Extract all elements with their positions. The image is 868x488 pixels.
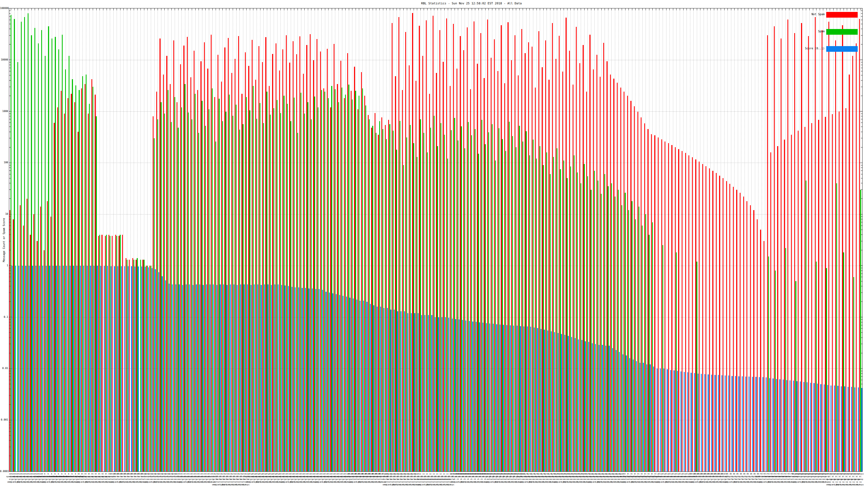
bar-score	[793, 381, 794, 471]
bar-spam	[464, 148, 465, 471]
x-axis-top-tick	[465, 8, 465, 10]
bar-not-spam	[361, 72, 362, 471]
bar-not-spam	[306, 45, 307, 471]
x-axis-top-tick	[216, 8, 216, 10]
x-axis-top-tick	[611, 8, 612, 10]
bar-not-spam	[589, 35, 590, 471]
bar-not-spam	[805, 127, 805, 471]
bar-spam	[601, 194, 601, 471]
bar-not-spam	[504, 83, 505, 471]
bar-not-spam	[371, 128, 372, 471]
bar-spam	[133, 260, 134, 471]
x-axis-top-tick	[390, 8, 390, 10]
bar-not-spam	[552, 23, 553, 471]
bar-spam	[41, 30, 42, 471]
y-axis-tick-mark	[861, 127, 862, 127]
bar-not-spam	[122, 235, 123, 471]
bar-score	[517, 326, 518, 471]
bar-not-spam	[368, 115, 369, 471]
x-axis-top-tick	[325, 8, 325, 10]
bar-spam	[519, 126, 520, 471]
x-axis-top-tick	[659, 8, 659, 10]
bar-score	[827, 385, 828, 471]
bar-spam	[854, 277, 854, 471]
bar-not-spam	[668, 143, 669, 471]
bar-spam	[34, 28, 35, 472]
bar-spam	[649, 235, 649, 471]
x-axis-top-tick	[164, 8, 165, 10]
x-axis-top-tick	[796, 8, 796, 10]
bar-not-spam	[545, 40, 546, 471]
y-tick-label: 0.01	[0, 367, 8, 369]
bar-spam	[21, 22, 22, 471]
bar-score	[339, 295, 340, 471]
bar-score	[25, 266, 26, 471]
x-axis-top-tick	[236, 8, 237, 10]
bar-not-spam	[457, 69, 457, 471]
x-axis-top-tick	[721, 8, 721, 10]
bar-score	[582, 340, 582, 471]
bar-score	[264, 284, 265, 471]
x-axis-top-tick	[342, 8, 342, 10]
bar-score	[308, 289, 309, 471]
x-axis-top-tick	[816, 8, 816, 10]
bar-score	[592, 343, 593, 471]
bar-score	[53, 266, 54, 471]
bar-score	[414, 313, 415, 471]
bar-not-spam	[664, 141, 665, 471]
bar-score	[329, 293, 330, 471]
bar-score	[421, 315, 422, 471]
bar-not-spam	[507, 22, 508, 471]
bar-not-spam	[559, 36, 560, 471]
x-axis-top-tick	[830, 8, 830, 10]
bar-spam	[209, 109, 209, 471]
bar-spam	[287, 104, 288, 471]
x-axis-top-tick	[656, 8, 656, 10]
x-axis-top-tick	[700, 8, 701, 10]
bar-spam	[161, 102, 161, 471]
vertical-gridline	[690, 8, 690, 471]
x-axis-top-tick	[287, 8, 287, 10]
bar-score	[216, 285, 217, 471]
bar-spam	[48, 26, 49, 471]
bar-score	[336, 294, 337, 471]
bar-score	[711, 375, 712, 471]
bar-not-spam	[525, 53, 525, 471]
x-axis-top-tick	[424, 8, 424, 10]
x-axis-top-tick	[28, 8, 28, 10]
bar-not-spam	[675, 147, 676, 471]
x-axis-top-tick	[113, 8, 114, 10]
bar-spam	[219, 99, 219, 471]
bar-not-spam	[252, 40, 252, 471]
bar-not-spam	[51, 217, 51, 471]
x-axis-top-tick	[628, 8, 629, 10]
bar-spam	[550, 174, 551, 471]
bar-spam	[236, 105, 237, 471]
bar-score	[500, 325, 500, 471]
bar-score	[107, 266, 108, 471]
bar-not-spam	[282, 50, 283, 471]
bar-score	[844, 386, 845, 471]
bar-spam	[62, 35, 63, 471]
y-axis-tick-mark	[861, 29, 862, 29]
bar-not-spam	[30, 235, 31, 471]
y-axis-tick-mark	[861, 273, 862, 274]
bar-spam	[154, 138, 155, 471]
bar-not-spam	[378, 135, 379, 471]
x-axis-top-tick	[570, 8, 571, 10]
vertical-gridline	[686, 8, 687, 471]
bar-not-spam	[620, 88, 621, 471]
bar-score	[353, 298, 354, 471]
x-axis-top-tick	[598, 8, 598, 10]
bar-score	[763, 377, 763, 471]
bar-not-spam	[712, 171, 713, 471]
bar-spam	[410, 125, 411, 471]
bar-not-spam	[719, 176, 720, 471]
bar-score	[452, 319, 453, 471]
bar-score	[407, 313, 408, 471]
bar-score	[284, 286, 285, 471]
x-axis-top-tick	[158, 8, 158, 10]
bar-not-spam	[286, 35, 287, 471]
bar-not-spam	[822, 30, 823, 471]
bar-spam	[188, 112, 189, 471]
